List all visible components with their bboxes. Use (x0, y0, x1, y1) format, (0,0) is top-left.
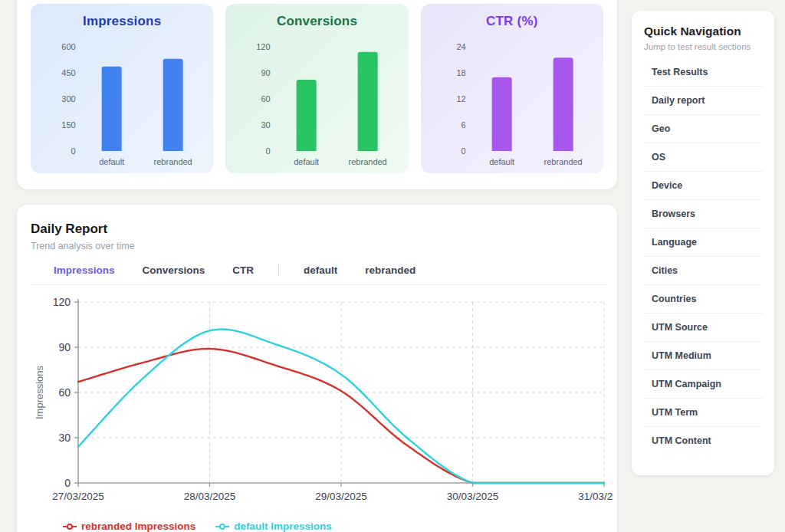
category-label: default (489, 157, 514, 166)
quick-nav-list: Test ResultsDaily reportGeoOSDeviceBrows… (644, 58, 764, 455)
y-tick-label: 150 (61, 120, 75, 130)
tab-impressions[interactable]: Impressions (40, 264, 129, 276)
nav-item-utm-medium[interactable]: UTM Medium (644, 342, 764, 370)
y-tick-label: 18 (456, 68, 465, 77)
daily-report-card: Daily Report Trend analysis over time Im… (17, 205, 617, 532)
y-tick-label: 6 (461, 120, 465, 130)
report-tabs: ImpressionsConversionsCTRdefaultrebrande… (31, 264, 606, 285)
nav-item-daily-report[interactable]: Daily report (644, 87, 764, 115)
y-axis-title: Impressions (34, 365, 45, 419)
default-bar (102, 67, 122, 151)
rebranded-bar (163, 59, 183, 151)
tab-conversions[interactable]: Conversions (129, 264, 219, 276)
nav-item-device[interactable]: Device (644, 172, 764, 200)
legend-label: default Impressions (234, 521, 332, 532)
category-label: rebranded (154, 157, 192, 166)
quick-nav-title: Quick Navigation (644, 25, 764, 38)
y-tick-label: 0 (461, 146, 465, 156)
impressions-summary-card: Impressions 6004503001500defaultrebrande… (31, 4, 213, 173)
y-tick-label: 24 (456, 42, 465, 51)
nav-item-os[interactable]: OS (644, 143, 764, 172)
legend-label: rebranded Impressions (81, 521, 195, 532)
ctr-chart-title: CTR (%) (421, 14, 603, 29)
nav-item-utm-campaign[interactable]: UTM Campaign (644, 370, 764, 399)
nav-item-utm-source[interactable]: UTM Source (644, 314, 764, 342)
category-label: rebranded (544, 157, 582, 166)
rebranded-bar (553, 57, 573, 151)
tab-separator (278, 264, 279, 276)
quick-navigation-panel: Quick Navigation Jump to test result sec… (632, 11, 774, 475)
daily-report-title: Daily Report (31, 222, 617, 237)
daily-report-subtitle: Trend analysis over time (31, 241, 617, 251)
y-tick-label: 600 (61, 42, 75, 51)
y-tick-label: 30 (58, 432, 71, 444)
y-tick-label: 60 (58, 386, 71, 399)
ctr-bar-chart: 24181260defaultrebranded (421, 31, 603, 172)
nav-item-geo[interactable]: Geo (644, 115, 764, 143)
x-tick-label: 29/03/2025 (315, 491, 367, 502)
ctr-summary-card: CTR (%) 24181260defaultrebranded (421, 4, 603, 173)
impressions-chart-title: Impressions (31, 14, 213, 29)
tab-default[interactable]: default (290, 264, 351, 276)
y-tick-label: 90 (261, 68, 271, 77)
x-tick-label: 28/03/2025 (184, 491, 236, 502)
legend-dot (220, 524, 225, 529)
y-tick-label: 12 (456, 94, 465, 103)
y-tick-label: 90 (58, 341, 71, 353)
legend-marker-icon (215, 523, 229, 530)
x-tick-label: 30/03/2025 (447, 491, 499, 502)
y-tick-label: 120 (53, 296, 71, 308)
quick-nav-subtitle: Jump to test result sections (644, 42, 764, 51)
y-tick-label: 30 (261, 120, 271, 130)
conversions-chart-title: Conversions (225, 14, 408, 29)
nav-item-utm-term[interactable]: UTM Term (644, 399, 764, 427)
tab-ctr[interactable]: CTR (218, 264, 268, 276)
y-tick-label: 0 (64, 477, 71, 489)
category-label: default (294, 157, 319, 166)
y-tick-label: 0 (71, 146, 76, 156)
nav-item-utm-content[interactable]: UTM Content (644, 427, 764, 455)
y-tick-label: 300 (61, 94, 75, 103)
legend-marker-icon (63, 523, 77, 530)
default-bar (491, 77, 511, 151)
conversions-summary-card: Conversions 1209060300defaultrebranded (225, 4, 408, 173)
y-tick-label: 0 (266, 146, 271, 156)
y-tick-label: 450 (61, 68, 75, 77)
tab-rebranded[interactable]: rebranded (351, 264, 429, 276)
impressions-bar-chart: 6004503001500defaultrebranded (31, 31, 213, 172)
y-tick-label: 120 (257, 42, 271, 51)
category-label: default (99, 157, 124, 166)
nav-item-test-results[interactable]: Test Results (644, 58, 764, 87)
summary-charts-card: Impressions 6004503001500defaultrebrande… (17, 0, 617, 189)
legend-item-default-impressions[interactable]: default Impressions (215, 521, 332, 532)
conversions-bar-chart: 1209060300defaultrebranded (225, 31, 408, 172)
category-label: rebranded (349, 157, 387, 166)
nav-item-countries[interactable]: Countries (644, 285, 764, 314)
nav-item-browsers[interactable]: Browsers (644, 200, 764, 228)
y-tick-label: 60 (261, 94, 271, 103)
legend-item-rebranded-impressions[interactable]: rebranded Impressions (63, 521, 195, 532)
nav-item-language[interactable]: Language (644, 228, 764, 257)
rebranded-bar (358, 52, 378, 151)
nav-item-cities[interactable]: Cities (644, 257, 764, 285)
x-tick-label: 27/03/2025 (52, 491, 104, 502)
legend-dot (67, 524, 72, 529)
chart-legend: rebranded Impressionsdefault Impressions (63, 521, 617, 532)
daily-report-line-chart: 030609012027/03/202528/03/202529/03/2025… (31, 291, 613, 519)
x-tick-label: 31/03/2025 (578, 491, 613, 502)
default-bar (297, 80, 317, 151)
